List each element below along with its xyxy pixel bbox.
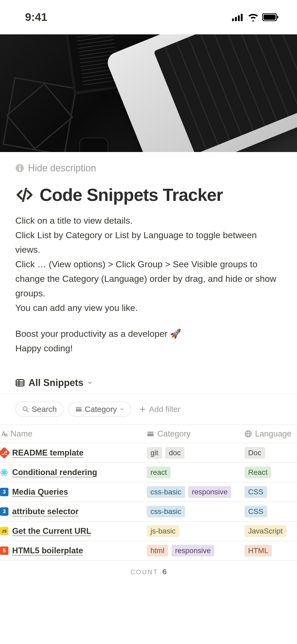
table-row[interactable]: JSGet the Current URLjs-basicJavaScript [0, 522, 297, 541]
filter-category-pill[interactable]: Category [68, 402, 131, 417]
cell-name[interactable]: Conditional rendering [0, 468, 143, 477]
page-title: Code Snippets Tracker [40, 185, 223, 205]
hide-description-toggle[interactable]: Hide description [15, 163, 282, 174]
table-icon [15, 378, 25, 388]
desc-line: You can add any view you like. [15, 301, 282, 315]
category-tag: html [147, 545, 168, 556]
table-header: Name Category Language [0, 424, 297, 443]
table-row[interactable]: 3Media Queriescss-basicresponsiveCSS [0, 482, 297, 502]
search-pill[interactable]: Search [15, 402, 64, 417]
desc-line: Happy coding! [15, 341, 282, 356]
table-row[interactable]: 3attribute selectorcss-basicCSS [0, 502, 297, 522]
svg-rect-6 [277, 16, 278, 19]
chevron-down-icon [120, 407, 124, 412]
filter-bar: Search Category Add filter [15, 394, 282, 424]
language-tag: CSS [244, 486, 267, 498]
globe-icon [244, 430, 252, 438]
language-tag: CSS [244, 506, 267, 517]
cell-category: js-basic [143, 525, 241, 537]
desc-line: Click on a title to view details. [15, 213, 282, 228]
language-tag: JavaScript [244, 525, 286, 537]
text-icon [0, 430, 7, 438]
svg-rect-21 [147, 432, 153, 433]
language-tag: React [244, 467, 271, 478]
svg-rect-11 [16, 380, 24, 386]
cell-category: htmlresponsive [143, 545, 241, 556]
row-title: HTML5 boilerplate [12, 546, 83, 555]
row-title: Conditional rendering [12, 468, 97, 477]
filter-category-label: Category [85, 405, 117, 414]
folder-icon [147, 430, 154, 438]
language-tag: HTML [244, 545, 272, 556]
cellular-icon [232, 13, 244, 21]
snippets-table: Name Category Language ⎇README templateg… [0, 424, 297, 561]
cell-category: gitdoc [143, 447, 241, 459]
info-icon [15, 164, 24, 173]
desc-line: Click List by Category or List by Langua… [15, 228, 282, 257]
cell-category: react [143, 467, 241, 478]
category-tag: css-basic [147, 486, 185, 498]
cell-language: Doc [241, 447, 297, 459]
status-right [232, 13, 279, 21]
category-tag: css-basic [147, 506, 185, 517]
count-label: COUNT [130, 568, 158, 576]
plus-icon [139, 406, 146, 413]
svg-point-26 [3, 472, 5, 473]
svg-point-8 [19, 165, 21, 167]
row-title: Get the Current URL [12, 526, 91, 536]
count-value: 6 [162, 568, 167, 576]
search-icon [22, 406, 29, 413]
status-time: 9:41 [25, 11, 47, 24]
desc-line: Click … (View options) > Click Group > S… [15, 257, 282, 301]
svg-rect-5 [263, 15, 276, 20]
cell-language: React [241, 467, 297, 478]
view-name: All Snippets [29, 377, 83, 388]
svg-rect-2 [238, 15, 240, 21]
language-tag: Doc [244, 447, 265, 459]
hide-description-label: Hide description [28, 163, 96, 174]
row-title: README template [12, 448, 83, 458]
category-tag: git [147, 447, 162, 459]
category-tag: js-basic [147, 525, 179, 537]
cell-language: CSS [241, 486, 297, 498]
desc-line: Boost your productivity as a developer 🚀 [15, 326, 282, 341]
col-language[interactable]: Language [241, 429, 297, 439]
chevron-down-icon [87, 380, 93, 386]
cell-name[interactable]: 3attribute selector [0, 507, 143, 516]
table-row[interactable]: 5HTML5 boilerplatehtmlresponsiveHTML [0, 541, 297, 561]
folder-icon [75, 406, 82, 413]
cell-category: css-basic [143, 506, 241, 517]
svg-rect-18 [76, 409, 82, 412]
status-bar: 9:41 [0, 0, 297, 34]
code-icon [15, 186, 34, 204]
cell-name[interactable]: 3Media Queries [0, 487, 143, 497]
view-selector[interactable]: All Snippets [15, 377, 282, 388]
svg-line-16 [26, 410, 28, 412]
category-tag: responsive [188, 486, 231, 498]
table-row[interactable]: Conditional renderingreactReact [0, 463, 297, 482]
svg-rect-22 [147, 434, 153, 436]
col-category[interactable]: Category [143, 429, 241, 439]
page-title-row: Code Snippets Tracker [15, 185, 282, 205]
add-filter-label: Add filter [149, 405, 180, 414]
add-filter-button[interactable]: Add filter [139, 405, 180, 414]
col-name[interactable]: Name [0, 429, 143, 439]
cell-language: CSS [241, 506, 297, 517]
cover-image [0, 34, 297, 152]
row-title: attribute selector [12, 507, 79, 516]
category-tag: responsive [171, 545, 214, 556]
cell-category: css-basicresponsive [143, 486, 241, 498]
svg-rect-0 [232, 19, 234, 21]
svg-rect-3 [241, 14, 243, 21]
cell-name[interactable]: JSGet the Current URL [0, 526, 143, 536]
page-description: Click on a title to view details. Click … [15, 213, 282, 356]
cell-language: JavaScript [241, 525, 297, 537]
table-row[interactable]: ⎇README templategitdocDoc [0, 443, 297, 463]
svg-rect-1 [235, 17, 237, 21]
svg-rect-9 [19, 168, 21, 171]
row-count: COUNT 6 [0, 561, 297, 583]
cell-language: HTML [241, 545, 297, 556]
cell-name[interactable]: 5HTML5 boilerplate [0, 546, 143, 555]
cell-name[interactable]: ⎇README template [0, 448, 143, 458]
search-label: Search [32, 405, 57, 414]
